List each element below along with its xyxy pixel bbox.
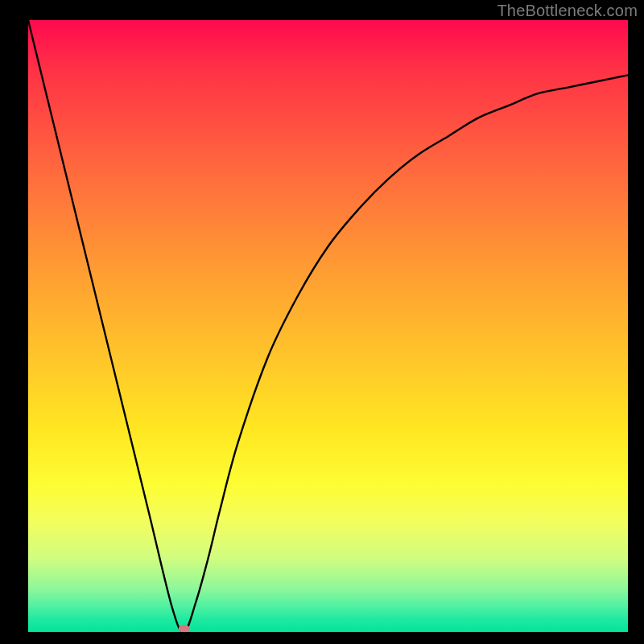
chart-frame: TheBottleneck.com — [0, 0, 644, 644]
plot-area — [28, 20, 628, 632]
curve-path — [28, 20, 628, 632]
watermark-text: TheBottleneck.com — [497, 2, 638, 20]
bottleneck-curve — [28, 20, 628, 632]
